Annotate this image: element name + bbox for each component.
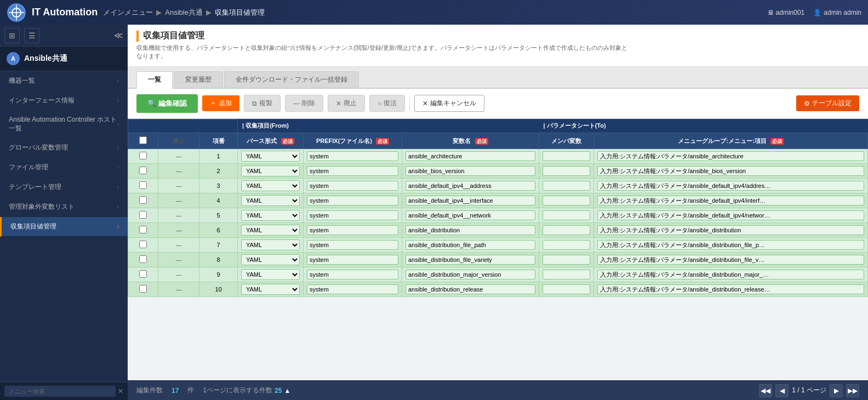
row-member-cell[interactable] <box>539 223 594 238</box>
tab-history[interactable]: 変更履歴 <box>174 71 223 88</box>
row-variable-cell[interactable] <box>402 193 539 208</box>
row-checkbox[interactable] <box>139 255 147 263</box>
row-member-cell[interactable] <box>539 149 594 164</box>
parse-select[interactable]: YAML <box>241 195 300 206</box>
first-page-btn[interactable]: ◀◀ <box>759 384 772 397</box>
variable-input[interactable] <box>406 255 535 265</box>
prefix-input[interactable] <box>307 255 398 265</box>
row-prefix-cell[interactable] <box>304 179 402 193</box>
row-member-cell[interactable] <box>539 267 594 282</box>
row-menu-cell[interactable] <box>594 208 868 223</box>
row-menu-cell[interactable] <box>594 193 868 208</box>
row-member-cell[interactable] <box>539 208 594 223</box>
row-checkbox-cell[interactable] <box>128 193 158 208</box>
prefix-input[interactable] <box>307 240 398 250</box>
row-checkbox[interactable] <box>139 152 147 159</box>
variable-input[interactable] <box>406 240 535 250</box>
row-checkbox[interactable] <box>139 196 147 204</box>
parse-select[interactable]: YAML <box>241 151 300 162</box>
menu-input[interactable] <box>597 284 864 294</box>
row-prefix-cell[interactable] <box>304 253 402 267</box>
row-variable-cell[interactable] <box>402 238 539 253</box>
sidebar-item-managed-vars[interactable]: 管理対象外変数リスト › <box>0 197 128 217</box>
parse-select[interactable]: YAML <box>241 225 300 236</box>
menu-input[interactable] <box>597 270 864 279</box>
member-input[interactable] <box>542 196 590 205</box>
row-menu-cell[interactable] <box>594 149 868 164</box>
row-variable-cell[interactable] <box>402 282 539 297</box>
row-variable-cell[interactable] <box>402 223 539 238</box>
variable-input[interactable] <box>406 210 535 220</box>
sidebar-search-clear-btn[interactable]: ✕ <box>118 387 123 395</box>
row-menu-cell[interactable] <box>594 253 868 267</box>
select-all-checkbox[interactable] <box>139 136 147 144</box>
row-prefix-cell[interactable] <box>304 223 402 238</box>
menu-input[interactable] <box>597 255 864 265</box>
menu-input[interactable] <box>597 240 864 250</box>
sidebar-grid-btn[interactable]: ⊞ <box>4 28 20 43</box>
restore-button[interactable]: ○ 復活 <box>369 95 405 112</box>
member-input[interactable] <box>542 255 590 265</box>
row-variable-cell[interactable] <box>402 179 539 193</box>
row-checkbox[interactable] <box>139 167 147 174</box>
menu-input[interactable] <box>597 181 864 191</box>
member-input[interactable] <box>542 151 590 161</box>
row-parse-cell[interactable]: YAML <box>238 179 304 193</box>
parse-select[interactable]: YAML <box>241 239 300 250</box>
row-variable-cell[interactable] <box>402 149 539 164</box>
delete-button[interactable]: — 削除 <box>285 95 323 112</box>
row-prefix-cell[interactable] <box>304 193 402 208</box>
row-variable-cell[interactable] <box>402 253 539 267</box>
row-checkbox-cell[interactable] <box>128 179 158 193</box>
next-page-btn[interactable]: ▶ <box>830 384 843 397</box>
row-checkbox-cell[interactable] <box>128 267 158 282</box>
row-parse-cell[interactable]: YAML <box>238 208 304 223</box>
row-parse-cell[interactable]: YAML <box>238 253 304 267</box>
row-checkbox[interactable] <box>139 226 147 233</box>
row-parse-cell[interactable]: YAML <box>238 238 304 253</box>
row-prefix-cell[interactable] <box>304 267 402 282</box>
member-input[interactable] <box>542 240 590 250</box>
row-checkbox-cell[interactable] <box>128 238 158 253</box>
row-checkbox[interactable] <box>139 270 147 278</box>
variable-input[interactable] <box>406 270 535 279</box>
row-checkbox-cell[interactable] <box>128 149 158 164</box>
menu-input[interactable] <box>597 210 864 220</box>
row-checkbox[interactable] <box>139 285 147 293</box>
row-checkbox-cell[interactable] <box>128 282 158 297</box>
row-parse-cell[interactable]: YAML <box>238 267 304 282</box>
prefix-input[interactable] <box>307 166 398 176</box>
row-member-cell[interactable] <box>539 179 594 193</box>
row-variable-cell[interactable] <box>402 208 539 223</box>
prefix-input[interactable] <box>307 284 398 294</box>
member-input[interactable] <box>542 270 590 279</box>
prefix-input[interactable] <box>307 210 398 220</box>
header-user-name[interactable]: 👤 admin admin <box>813 9 861 16</box>
row-member-cell[interactable] <box>539 253 594 267</box>
row-member-cell[interactable] <box>539 164 594 179</box>
row-menu-cell[interactable] <box>594 179 868 193</box>
row-menu-cell[interactable] <box>594 238 868 253</box>
sidebar-item-collection-values[interactable]: 収集項目値管理 › <box>0 217 128 237</box>
variable-input[interactable] <box>406 225 535 235</box>
parse-select[interactable]: YAML <box>241 269 300 280</box>
member-input[interactable] <box>542 181 590 191</box>
prefix-input[interactable] <box>307 225 398 235</box>
row-parse-cell[interactable]: YAML <box>238 193 304 208</box>
parse-select[interactable]: YAML <box>241 284 300 295</box>
sidebar-item-global-vars[interactable]: グローバル変数管理 › <box>0 138 128 158</box>
row-member-cell[interactable] <box>539 238 594 253</box>
sidebar-search-input[interactable] <box>4 386 116 397</box>
prefix-input[interactable] <box>307 270 398 279</box>
row-checkbox[interactable] <box>139 211 147 219</box>
variable-input[interactable] <box>406 166 535 176</box>
tab-list[interactable]: 一覧 <box>136 71 173 89</box>
menu-input[interactable] <box>597 196 864 205</box>
row-menu-cell[interactable] <box>594 164 868 179</box>
member-input[interactable] <box>542 225 590 235</box>
variable-input[interactable] <box>406 196 535 205</box>
disable-button[interactable]: ✕ 廃止 <box>328 95 365 112</box>
menu-input[interactable] <box>597 166 864 176</box>
tab-download[interactable]: 全件ダウンロード・ファイル一括登録 <box>224 71 359 88</box>
variable-input[interactable] <box>406 151 535 161</box>
